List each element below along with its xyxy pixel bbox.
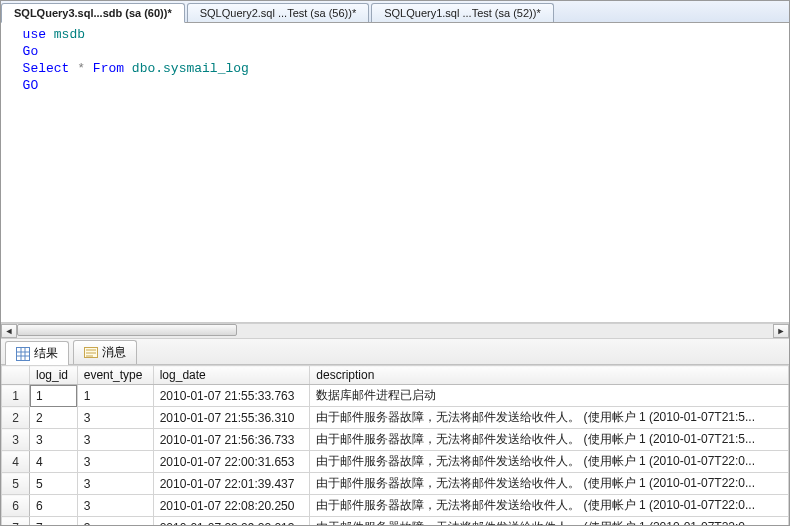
col-log-date[interactable]: log_date xyxy=(153,366,310,385)
result-tab-bar: 结果 消息 xyxy=(1,339,789,365)
cell-event_type[interactable]: 3 xyxy=(77,451,153,473)
table-row[interactable]: 3332010-01-07 21:56:36.733由于邮件服务器故障，无法将邮… xyxy=(2,429,789,451)
cell-event_type[interactable]: 3 xyxy=(77,517,153,526)
sql-star: * xyxy=(69,61,85,76)
row-header[interactable]: 3 xyxy=(2,429,30,451)
cell-log_date[interactable]: 2010-01-07 22:00:31.653 xyxy=(153,451,310,473)
scroll-left-icon[interactable]: ◄ xyxy=(1,324,17,338)
cell-log_date[interactable]: 2010-01-07 21:55:33.763 xyxy=(153,385,310,407)
cell-log_id[interactable]: 5 xyxy=(30,473,78,495)
row-header[interactable]: 7 xyxy=(2,517,30,526)
sql-keyword: use xyxy=(23,27,46,42)
cell-log_id[interactable]: 3 xyxy=(30,429,78,451)
cell-log_id[interactable]: 2 xyxy=(30,407,78,429)
messages-icon xyxy=(84,346,98,360)
cell-log_date[interactable]: 2010-01-07 21:56:36.733 xyxy=(153,429,310,451)
tab-results[interactable]: 结果 xyxy=(5,341,69,365)
cell-log_date[interactable]: 2010-01-07 21:55:36.310 xyxy=(153,407,310,429)
sql-keyword: Select xyxy=(23,61,70,76)
query-tab-bar: SQLQuery3.sql...sdb (sa (60))* SQLQuery2… xyxy=(1,1,789,23)
cell-description[interactable]: 由于邮件服务器故障，无法将邮件发送给收件人。 (使用帐户 1 (2010-01-… xyxy=(310,451,789,473)
scroll-track[interactable] xyxy=(17,324,773,338)
sql-ident: msdb xyxy=(46,27,85,42)
sql-keyword: Go xyxy=(23,44,39,59)
cell-description[interactable]: 由于邮件服务器故障，无法将邮件发送给收件人。 (使用帐户 1 (2010-01-… xyxy=(310,517,789,526)
table-row[interactable]: 2232010-01-07 21:55:36.310由于邮件服务器故障，无法将邮… xyxy=(2,407,789,429)
tab-query2[interactable]: SQLQuery2.sql ...Test (sa (56))* xyxy=(187,3,370,22)
tab-results-label: 结果 xyxy=(34,345,58,362)
table-row[interactable]: 1112010-01-07 21:55:33.763数据库邮件进程已启动 xyxy=(2,385,789,407)
cell-description[interactable]: 由于邮件服务器故障，无法将邮件发送给收件人。 (使用帐户 1 (2010-01-… xyxy=(310,407,789,429)
cell-event_type[interactable]: 1 xyxy=(77,385,153,407)
sql-keyword: From xyxy=(85,61,124,76)
results-table: log_id event_type log_date description 1… xyxy=(1,365,789,525)
sql-editor[interactable]: use msdb Go Select * From dbo.sysmail_lo… xyxy=(1,23,789,323)
cell-log_id[interactable]: 1 xyxy=(30,385,78,407)
cell-event_type[interactable]: 3 xyxy=(77,407,153,429)
table-row[interactable]: 7732010-01-07 22:09:22.013由于邮件服务器故障，无法将邮… xyxy=(2,517,789,526)
row-header[interactable]: 4 xyxy=(2,451,30,473)
scroll-right-icon[interactable]: ► xyxy=(773,324,789,338)
table-header-row: log_id event_type log_date description xyxy=(2,366,789,385)
col-log-id[interactable]: log_id xyxy=(30,366,78,385)
sql-ident: dbo.sysmail_log xyxy=(124,61,249,76)
tab-messages-label: 消息 xyxy=(102,344,126,361)
cell-log_id[interactable]: 4 xyxy=(30,451,78,473)
cell-event_type[interactable]: 3 xyxy=(77,473,153,495)
cell-description[interactable]: 由于邮件服务器故障，无法将邮件发送给收件人。 (使用帐户 1 (2010-01-… xyxy=(310,495,789,517)
row-header[interactable]: 1 xyxy=(2,385,30,407)
cell-event_type[interactable]: 3 xyxy=(77,495,153,517)
svg-rect-0 xyxy=(17,347,30,360)
cell-log_date[interactable]: 2010-01-07 22:08:20.250 xyxy=(153,495,310,517)
table-row[interactable]: 5532010-01-07 22:01:39.437由于邮件服务器故障，无法将邮… xyxy=(2,473,789,495)
cell-event_type[interactable]: 3 xyxy=(77,429,153,451)
cell-log_id[interactable]: 6 xyxy=(30,495,78,517)
tab-query3[interactable]: SQLQuery3.sql...sdb (sa (60))* xyxy=(1,3,185,23)
scroll-thumb[interactable] xyxy=(17,324,237,336)
table-corner xyxy=(2,366,30,385)
cell-description[interactable]: 由于邮件服务器故障，无法将邮件发送给收件人。 (使用帐户 1 (2010-01-… xyxy=(310,473,789,495)
table-row[interactable]: 6632010-01-07 22:08:20.250由于邮件服务器故障，无法将邮… xyxy=(2,495,789,517)
cell-log_date[interactable]: 2010-01-07 22:09:22.013 xyxy=(153,517,310,526)
cell-log_date[interactable]: 2010-01-07 22:01:39.437 xyxy=(153,473,310,495)
results-grid[interactable]: log_id event_type log_date description 1… xyxy=(1,365,789,525)
col-description[interactable]: description xyxy=(310,366,789,385)
editor-hscrollbar[interactable]: ◄ ► xyxy=(1,323,789,339)
grid-icon xyxy=(16,347,30,361)
row-header[interactable]: 5 xyxy=(2,473,30,495)
table-row[interactable]: 4432010-01-07 22:00:31.653由于邮件服务器故障，无法将邮… xyxy=(2,451,789,473)
tab-messages[interactable]: 消息 xyxy=(73,340,137,364)
cell-description[interactable]: 数据库邮件进程已启动 xyxy=(310,385,789,407)
col-event-type[interactable]: event_type xyxy=(77,366,153,385)
cell-description[interactable]: 由于邮件服务器故障，无法将邮件发送给收件人。 (使用帐户 1 (2010-01-… xyxy=(310,429,789,451)
tab-query1[interactable]: SQLQuery1.sql ...Test (sa (52))* xyxy=(371,3,554,22)
row-header[interactable]: 6 xyxy=(2,495,30,517)
cell-log_id[interactable]: 7 xyxy=(30,517,78,526)
row-header[interactable]: 2 xyxy=(2,407,30,429)
sql-keyword: GO xyxy=(23,78,39,93)
